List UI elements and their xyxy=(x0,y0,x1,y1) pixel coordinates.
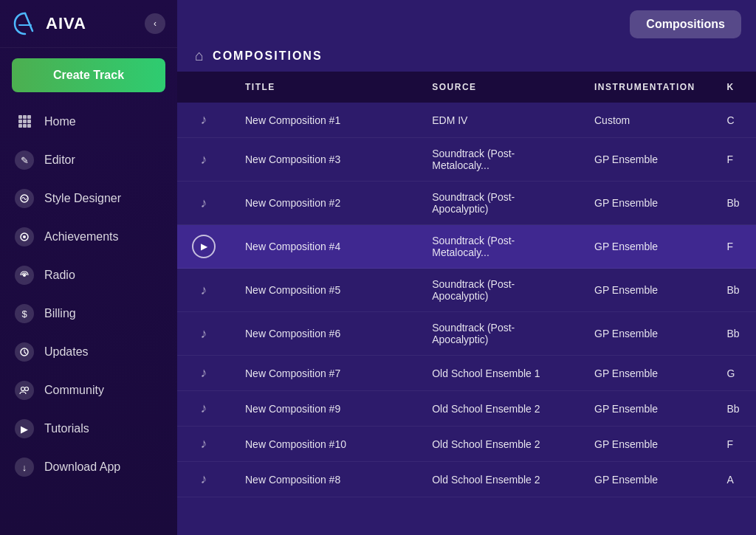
sidebar-item-radio[interactable]: Radio xyxy=(0,256,177,294)
row-key: Bb xyxy=(712,391,756,427)
play-button[interactable]: ▶ xyxy=(192,235,216,258)
sidebar-item-label: Achievements xyxy=(44,230,119,244)
row-icon-cell: ♪ xyxy=(177,138,230,182)
sidebar-item-tutorials[interactable]: ▶ Tutorials xyxy=(0,410,177,448)
svg-rect-5 xyxy=(27,124,31,128)
music-note-icon: ♪ xyxy=(201,283,207,297)
sidebar-item-home[interactable]: Home xyxy=(0,103,177,141)
row-key: G xyxy=(712,356,756,391)
chevron-left-icon: ‹ xyxy=(154,18,157,29)
row-title: New Composition #9 xyxy=(230,391,417,427)
sidebar-item-label: Updates xyxy=(44,345,89,359)
row-instrumentation: GP Ensemble xyxy=(580,312,712,356)
top-bar: Compositions xyxy=(177,0,756,38)
sidebar-item-community[interactable]: Community xyxy=(0,371,177,410)
main-content: Compositions ⌂ COMPOSITIONS TITLE SOURCE… xyxy=(177,0,756,535)
svg-rect-8 xyxy=(27,115,31,119)
table-row[interactable]: ♪New Composition #5Soundtrack (Post-Apoc… xyxy=(177,269,756,312)
page-title: COMPOSITIONS xyxy=(213,49,322,63)
row-title: New Composition #4 xyxy=(230,225,417,269)
compositions-badge: Compositions xyxy=(630,10,741,38)
row-title: New Composition #1 xyxy=(230,103,417,138)
row-key: A xyxy=(712,462,756,497)
sidebar-item-style-designer[interactable]: Style Designer xyxy=(0,179,177,218)
sidebar-header: AIVA ‹ xyxy=(0,0,177,48)
row-icon-cell: ♪ xyxy=(177,356,230,391)
music-note-icon: ♪ xyxy=(201,401,207,415)
row-instrumentation: GP Ensemble xyxy=(580,269,712,312)
col-header-title: TITLE xyxy=(230,72,417,103)
row-title: New Composition #2 xyxy=(230,182,417,225)
row-title: New Composition #7 xyxy=(230,356,417,391)
sidebar-item-billing[interactable]: $ Billing xyxy=(0,294,177,333)
row-key: Bb xyxy=(712,312,756,356)
music-note-icon: ♪ xyxy=(201,326,207,341)
row-key: Bb xyxy=(712,182,756,225)
table-row[interactable]: ♪New Composition #7Old School Ensemble 1… xyxy=(177,356,756,391)
row-icon-cell: ♪ xyxy=(177,312,230,356)
sidebar-item-updates[interactable]: Updates xyxy=(0,333,177,371)
row-source: Soundtrack (Post-Apocalyptic) xyxy=(417,182,580,225)
row-source: Old School Ensemble 1 xyxy=(417,356,580,391)
row-title: New Composition #8 xyxy=(230,462,417,497)
col-header-instrumentation: INSTRUMENTATION xyxy=(580,72,712,103)
col-header-k: K xyxy=(712,72,756,103)
table-row[interactable]: ♪New Composition #8Old School Ensemble 2… xyxy=(177,462,756,497)
music-note-icon: ♪ xyxy=(201,365,207,380)
row-icon-cell: ▶ xyxy=(177,225,230,269)
row-source: Soundtrack (Post-Apocalyptic) xyxy=(417,269,580,312)
row-source: Soundtrack (Post-Metalocaly... xyxy=(417,138,580,182)
sidebar-item-label: Tutorials xyxy=(44,422,89,435)
table-row[interactable]: ♪New Composition #1EDM IVCustomC xyxy=(177,103,756,138)
row-instrumentation: GP Ensemble xyxy=(580,427,712,462)
row-source: Old School Ensemble 2 xyxy=(417,391,580,427)
logo-area: AIVA xyxy=(12,10,86,37)
row-instrumentation: GP Ensemble xyxy=(580,138,712,182)
sidebar-item-editor[interactable]: ✎ Editor xyxy=(0,141,177,179)
sidebar-item-achievements[interactable]: Achievements xyxy=(0,218,177,256)
sidebar-nav: Home ✎ Editor Style Designer xyxy=(0,103,177,486)
row-icon-cell: ♪ xyxy=(177,391,230,427)
table-row[interactable]: ♪New Composition #2Soundtrack (Post-Apoc… xyxy=(177,182,756,225)
sidebar-item-label: Radio xyxy=(44,269,75,282)
row-key: F xyxy=(712,138,756,182)
create-track-button[interactable]: Create Track xyxy=(12,58,165,92)
music-note-icon: ♪ xyxy=(201,152,207,167)
style-designer-nav-icon xyxy=(15,189,34,208)
sidebar-collapse-button[interactable]: ‹ xyxy=(145,13,165,34)
radio-nav-icon xyxy=(15,266,34,285)
svg-point-14 xyxy=(21,387,25,391)
row-icon-cell: ♪ xyxy=(177,269,230,312)
table-header: TITLE SOURCE INSTRUMENTATION K xyxy=(177,72,756,103)
breadcrumb-home-icon[interactable]: ⌂ xyxy=(195,47,204,64)
row-source: Old School Ensemble 2 xyxy=(417,462,580,497)
svg-rect-0 xyxy=(18,120,22,123)
page-header: ⌂ COMPOSITIONS xyxy=(177,38,756,72)
table-row[interactable]: ♪New Composition #9Old School Ensemble 2… xyxy=(177,391,756,427)
sidebar-item-download-app[interactable]: ↓ Download App xyxy=(0,448,177,486)
svg-rect-6 xyxy=(18,115,22,119)
row-source: Old School Ensemble 2 xyxy=(417,427,580,462)
updates-nav-icon xyxy=(15,342,34,362)
table-row[interactable]: ♪New Composition #6Soundtrack (Post-Apoc… xyxy=(177,312,756,356)
col-header-icon xyxy=(177,72,230,103)
svg-point-11 xyxy=(23,235,26,238)
row-key: Bb xyxy=(712,269,756,312)
svg-point-15 xyxy=(25,387,29,391)
row-key: F xyxy=(712,225,756,269)
row-title: New Composition #5 xyxy=(230,269,417,312)
music-note-icon: ♪ xyxy=(201,112,207,127)
table-row[interactable]: ▶New Composition #4Soundtrack (Post-Meta… xyxy=(177,225,756,269)
table-row[interactable]: ♪New Composition #10Old School Ensemble … xyxy=(177,427,756,462)
row-icon-cell: ♪ xyxy=(177,182,230,225)
app-name: AIVA xyxy=(46,14,86,33)
svg-rect-7 xyxy=(23,115,27,119)
row-instrumentation: Custom xyxy=(580,103,712,138)
svg-rect-2 xyxy=(27,120,31,123)
compositions-table-container[interactable]: TITLE SOURCE INSTRUMENTATION K ♪New Comp… xyxy=(177,72,756,535)
home-nav-icon xyxy=(15,112,34,131)
table-row[interactable]: ♪New Composition #3Soundtrack (Post-Meta… xyxy=(177,138,756,182)
row-instrumentation: GP Ensemble xyxy=(580,391,712,427)
sidebar-item-label: Editor xyxy=(44,153,75,167)
row-instrumentation: GP Ensemble xyxy=(580,462,712,497)
